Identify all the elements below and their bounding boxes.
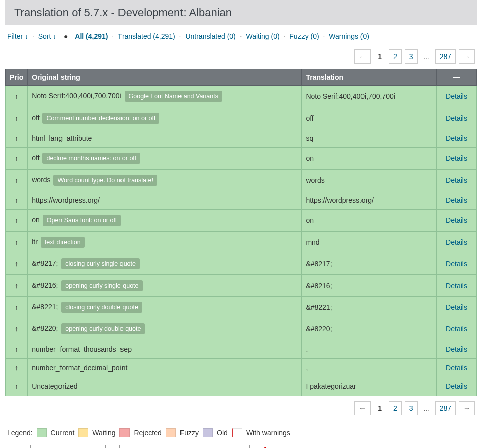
page-2-link[interactable]: 2 [389,401,402,415]
sort-link[interactable]: Sort ↓ [38,32,57,40]
context-tag: decline months names: on or off [42,153,140,164]
page-last-link[interactable]: 287 [435,401,456,415]
original-string: &#8220; [32,324,58,332]
export-scope-select[interactable]: all current [30,445,106,448]
separator: · [30,32,36,40]
page-next-button[interactable]: → [459,401,475,415]
page-3-link[interactable]: 3 [405,49,418,64]
prio-cell: ↑ [6,275,28,297]
filter-all[interactable]: All (4,291) [75,32,108,40]
original-string: &#8221; [32,303,58,311]
filter-untranslated[interactable]: Untranslated (0) [185,32,235,40]
filter-link[interactable]: Filter ↓ [7,32,28,40]
details-cell: Details [437,148,477,170]
translation-cell: &#8221; [302,297,437,318]
details-link[interactable]: Details [446,114,467,122]
details-cell: Details [437,275,477,297]
table-row[interactable]: ↑on Open Sans font: on or offonDetails [6,210,477,232]
table-row[interactable]: ↑Noto Serif:400,400i,700,700i Google Fon… [6,86,477,107]
prio-cell: ↑ [6,340,28,359]
details-link[interactable]: Details [446,260,467,268]
original-string: off [32,114,39,122]
table-row[interactable]: ↑&#8216; opening curly single quote&#821… [6,275,477,297]
table-row[interactable]: ↑&#8220; opening curly double quote&#822… [6,318,477,340]
details-link[interactable]: Details [446,364,467,372]
original-string: off [32,154,39,162]
page-prev-button[interactable]: ← [354,49,371,64]
filter-translated[interactable]: Translated (4,291) [118,32,175,40]
details-link[interactable]: Details [446,176,467,184]
context-tag: text direction [41,237,85,248]
original-string: number_format_thousands_sep [32,345,132,353]
table-row[interactable]: ↑off decline months names: on or offonDe… [6,148,477,170]
table-row[interactable]: ↑html_lang_attributesqDetails [6,129,477,148]
export-row: Export all current as Machine Object Mes… [0,442,482,448]
details-link[interactable]: Details [446,154,467,162]
details-link[interactable]: Details [446,345,467,353]
table-row[interactable]: ↑&#8221; closing curly double quote&#822… [6,297,477,318]
details-link[interactable]: Details [446,382,467,390]
original-cell: off Comment number declension: on or off [28,107,302,129]
original-cell: html_lang_attribute [28,129,302,148]
details-link[interactable]: Details [446,92,467,100]
prio-cell: ↑ [6,86,28,107]
prio-cell: ↑ [6,129,28,148]
table-row[interactable]: ↑ltr text directionmndDetails [6,232,477,253]
filter-warnings[interactable]: Warnings (0) [329,32,369,40]
filter-fuzzy[interactable]: Fuzzy (0) [289,32,319,40]
translation-cell: , [302,359,437,377]
details-cell: Details [437,232,477,253]
translation-cell: &#8220; [302,318,437,340]
table-row[interactable]: ↑&#8217; closing curly single quote&#821… [6,253,477,275]
details-link[interactable]: Details [446,216,467,225]
details-cell: Details [437,210,477,232]
legend-swatch-fuzzy [166,428,176,437]
legend-text-current: Current [51,429,75,437]
page-current: 1 [374,401,386,415]
table-row[interactable]: ↑off Comment number declension: on or of… [6,107,477,129]
page-3-link[interactable]: 3 [405,401,418,415]
table-row[interactable]: ↑number_format_thousands_sep.Details [6,340,477,359]
details-link[interactable]: Details [446,238,467,246]
page-prev-button[interactable]: ← [354,401,371,415]
original-cell: off decline months names: on or off [28,148,302,170]
filter-waiting[interactable]: Waiting (0) [246,32,279,40]
page-last-link[interactable]: 287 [435,49,456,64]
page-header: Translation of 5.7.x - Development: Alba… [5,0,477,25]
table-row[interactable]: ↑words Word count type. Do not translate… [6,170,477,191]
page-2-link[interactable]: 2 [389,49,402,64]
annotation-arrow-icon [260,444,282,448]
details-cell: Details [437,86,477,107]
context-tag: Google Font Name and Variants [125,91,222,102]
legend-text-old: Old [217,429,228,437]
export-format-select[interactable]: Machine Object Message Catalog (.mo) [119,445,250,448]
details-link[interactable]: Details [446,325,467,333]
original-cell: Uncategorized [28,377,302,396]
page-next-button[interactable]: → [459,49,475,64]
table-row[interactable]: ↑UncategorizedI pakategorizuarDetails [6,377,477,396]
table-row[interactable]: ↑number_format_decimal_point,Details [6,359,477,377]
original-cell: number_format_decimal_point [28,359,302,377]
original-string: Uncategorized [32,382,77,390]
prio-cell: ↑ [6,232,28,253]
original-cell: Noto Serif:400,400i,700,700i Google Font… [28,86,302,107]
original-cell: number_format_thousands_sep [28,340,302,359]
details-cell: Details [437,191,477,210]
prio-cell: ↑ [6,377,28,396]
details-link[interactable]: Details [446,303,467,311]
translation-cell: on [302,210,437,232]
details-link[interactable]: Details [446,134,467,142]
original-string: words [32,176,50,184]
original-cell: &#8217; closing curly single quote [28,253,302,275]
details-link[interactable]: Details [446,282,467,290]
prio-cell: ↑ [6,107,28,129]
prio-cell: ↑ [6,253,28,275]
page-current: 1 [374,49,386,64]
details-link[interactable]: Details [446,196,467,204]
translation-cell: off [302,107,437,129]
prio-cell: ↑ [6,148,28,170]
legend-swatch-rejected [119,428,130,437]
table-row[interactable]: ↑https://wordpress.org/https://wordpress… [6,191,477,210]
col-original: Original string [28,69,302,86]
separator: · [177,32,184,40]
